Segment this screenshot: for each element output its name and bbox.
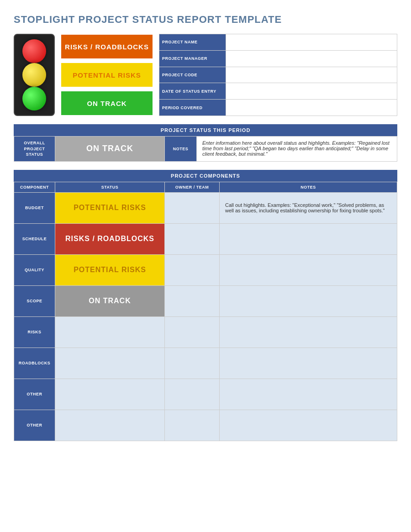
component-status: POTENTIAL RISKS [55, 254, 165, 285]
component-notes[interactable] [220, 410, 397, 441]
project-info-value[interactable] [226, 50, 397, 67]
component-label: BUDGET [14, 192, 55, 223]
component-owner[interactable] [165, 192, 220, 223]
components-header-row: COMPONENT STATUS OWNER / TEAM NOTES [14, 182, 397, 192]
risks-roadblocks-button: RISKS / ROADBLOCKS [61, 35, 153, 58]
green-light [22, 87, 46, 111]
project-info-label: PERIOD COVERED [159, 100, 226, 116]
component-owner[interactable] [165, 379, 220, 410]
project-info-row: PROJECT NAME [159, 34, 397, 51]
component-notes[interactable] [220, 285, 397, 316]
project-info-value[interactable] [226, 100, 397, 116]
stoplight-graphic [14, 34, 55, 116]
status-period-table: OVERALLPROJECTSTATUS ON TRACK NOTES Ente… [14, 136, 397, 162]
component-label: SCHEDULE [14, 223, 55, 254]
component-status [55, 410, 165, 441]
overall-status-value: ON TRACK [55, 137, 165, 162]
components-section: PROJECT COMPONENTS COMPONENT STATUS OWNE… [14, 170, 397, 441]
status-section: PROJECT STATUS THIS PERIOD OVERALLPROJEC… [14, 124, 397, 162]
project-info-value[interactable] [226, 67, 397, 83]
component-status: POTENTIAL RISKS [55, 192, 165, 223]
legend-column: RISKS / ROADBLOCKS POTENTIAL RISKS ON TR… [61, 34, 153, 116]
component-label: OTHER [14, 379, 55, 410]
yellow-light [22, 63, 46, 87]
component-owner[interactable] [165, 348, 220, 379]
component-notes[interactable] [220, 254, 397, 285]
project-info-label: PROJECT NAME [159, 34, 226, 51]
status-row: OVERALLPROJECTSTATUS ON TRACK NOTES Ente… [14, 137, 397, 162]
table-row: OTHER [14, 410, 397, 441]
component-status: ON TRACK [55, 285, 165, 316]
project-info-value[interactable] [226, 34, 397, 51]
components-section-header: PROJECT COMPONENTS [14, 170, 397, 182]
notes-value: Enter information here about overall sta… [197, 137, 397, 162]
project-info-row: DATE OF STATUS ENTRY [159, 83, 397, 100]
table-row: BUDGET POTENTIAL RISKS Call out highligh… [14, 192, 397, 223]
component-owner[interactable] [165, 285, 220, 316]
component-owner[interactable] [165, 223, 220, 254]
col-header-status: STATUS [55, 182, 165, 192]
component-status [55, 316, 165, 348]
component-status [55, 379, 165, 410]
component-label: SCOPE [14, 285, 55, 316]
table-row: OTHER [14, 379, 397, 410]
col-header-owner: OWNER / TEAM [165, 182, 220, 192]
component-status [55, 348, 165, 379]
project-info-row: PROJECT MANAGER [159, 50, 397, 67]
component-status: RISKS / ROADBLOCKS [55, 223, 165, 254]
table-row: SCOPE ON TRACK [14, 285, 397, 316]
overall-status-label: OVERALLPROJECTSTATUS [14, 137, 55, 162]
project-info-label: PROJECT MANAGER [159, 50, 226, 67]
project-info-value[interactable] [226, 83, 397, 100]
components-table: COMPONENT STATUS OWNER / TEAM NOTES BUDG… [14, 182, 397, 441]
component-owner[interactable] [165, 316, 220, 348]
status-section-header: PROJECT STATUS THIS PERIOD [14, 124, 397, 136]
component-notes[interactable]: Call out highlights. Examples: "Exceptio… [220, 192, 397, 223]
component-label: QUALITY [14, 254, 55, 285]
component-label: OTHER [14, 410, 55, 441]
component-notes[interactable] [220, 316, 397, 348]
col-header-component: COMPONENT [14, 182, 55, 192]
project-info-label: DATE OF STATUS ENTRY [159, 83, 226, 100]
component-notes[interactable] [220, 348, 397, 379]
component-notes[interactable] [220, 223, 397, 254]
table-row: QUALITY POTENTIAL RISKS [14, 254, 397, 285]
component-label: RISKS [14, 316, 55, 348]
project-info-table: PROJECT NAME PROJECT MANAGER PROJECT COD… [159, 34, 397, 116]
col-header-notes: NOTES [220, 182, 397, 192]
component-owner[interactable] [165, 410, 220, 441]
page-title: STOPLIGHT PROJECT STATUS REPORT TEMPLATE [14, 14, 397, 26]
component-label: ROADBLOCKS [14, 348, 55, 379]
table-row: RISKS [14, 316, 397, 348]
notes-label: NOTES [165, 137, 197, 162]
table-row: ROADBLOCKS [14, 348, 397, 379]
project-info-row: PROJECT CODE [159, 67, 397, 83]
top-section: RISKS / ROADBLOCKS POTENTIAL RISKS ON TR… [14, 34, 397, 116]
component-notes[interactable] [220, 379, 397, 410]
on-track-button: ON TRACK [61, 91, 153, 115]
red-light [22, 39, 46, 63]
component-owner[interactable] [165, 254, 220, 285]
project-info-label: PROJECT CODE [159, 67, 226, 83]
table-row: SCHEDULE RISKS / ROADBLOCKS [14, 223, 397, 254]
potential-risks-button: POTENTIAL RISKS [61, 63, 153, 87]
project-info-row: PERIOD COVERED [159, 100, 397, 116]
